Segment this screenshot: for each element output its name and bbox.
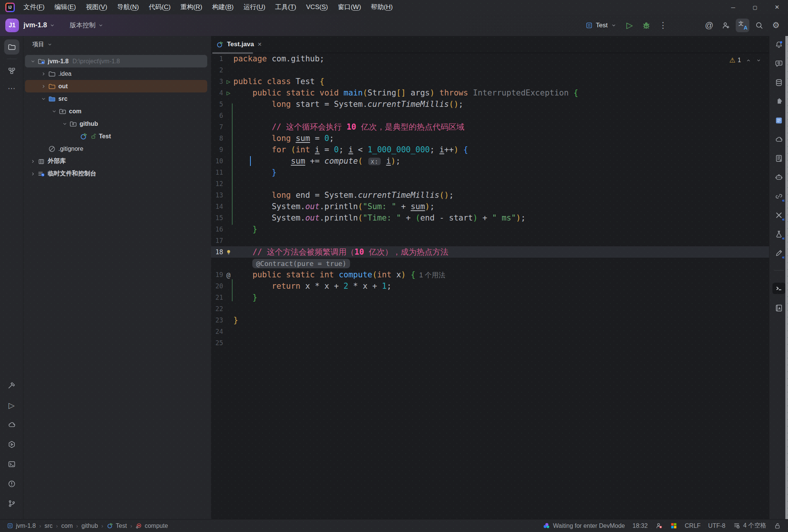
chevron-right-icon[interactable]: [39, 83, 48, 89]
status-item-unlock-status[interactable]: [774, 522, 781, 529]
status-item-18:32[interactable]: 18:32: [633, 523, 648, 529]
chevron-down-icon[interactable]: [47, 42, 53, 47]
menu-item-9[interactable]: VCS(S): [301, 2, 333, 13]
code-line-11[interactable]: 11 }: [211, 167, 769, 178]
breadcrumb-com[interactable]: com: [61, 523, 73, 529]
tool-stripe-notes-button[interactable]: [774, 153, 784, 163]
menu-item-6[interactable]: 构建(B): [207, 2, 239, 13]
code-line-21[interactable]: 21 }: [211, 292, 769, 303]
settings-button[interactable]: ⚙: [769, 19, 783, 32]
tool-stripe-git-branch-button[interactable]: [4, 496, 19, 511]
tree-row-[interactable]: 临时文件和控制台: [25, 167, 207, 180]
menu-item-3[interactable]: 导航(N): [112, 2, 144, 13]
chevron-down-icon[interactable]: [61, 121, 69, 127]
tool-stripe-more-dots-button[interactable]: ⋯: [4, 81, 19, 96]
breadcrumb-compute[interactable]: compute: [136, 523, 168, 529]
tree-row-com[interactable]: com: [25, 105, 207, 117]
code-line-13[interactable]: 13 long end = System.currentTimeMillis()…: [211, 189, 769, 201]
tool-stripe-dictionary-button[interactable]: [774, 303, 784, 313]
status-item-4-[interactable]: 4 个空格: [733, 522, 766, 530]
tool-stripe-plugin-puzzle-button[interactable]: [774, 97, 784, 106]
code-line-3[interactable]: 3▷public class Test {: [211, 76, 769, 87]
breadcrumb-jvm-1.8[interactable]: jvm-1.8: [7, 523, 36, 529]
status-item-user-error[interactable]: [655, 522, 663, 529]
code-line-1[interactable]: 1package com.github;: [211, 53, 769, 64]
tool-stripe-project-folder-button[interactable]: [4, 39, 19, 55]
editor-area[interactable]: Test.java ✕ ⚠ 1 1package com.github;23▷p…: [211, 36, 769, 519]
ai-mention-button[interactable]: @: [702, 19, 716, 32]
chevron-down-icon[interactable]: [756, 58, 761, 63]
tool-stripe-plugin-blue-button[interactable]: [774, 116, 784, 125]
minimize-button[interactable]: ─: [722, 0, 744, 14]
tool-stripe-ai-assistant-button[interactable]: [774, 59, 784, 69]
code-line-20[interactable]: 20 return x * x + 2 * x + 1;: [211, 280, 769, 292]
code-line-14[interactable]: 14 System.out.println("Sum: " + sum);: [211, 201, 769, 212]
status-item-utf-8[interactable]: UTF-8: [708, 523, 725, 529]
close-button[interactable]: ✕: [766, 0, 788, 14]
debug-button[interactable]: [639, 19, 653, 32]
code-line-23[interactable]: 23}: [211, 315, 769, 326]
code-line-18[interactable]: 18 // 这个方法会被频繁调用（10 亿次），成为热点方法: [211, 246, 769, 258]
code-line-2[interactable]: 2: [211, 64, 769, 76]
window-edge-scrollbar[interactable]: [785, 36, 788, 519]
status-item-windows[interactable]: [670, 522, 677, 529]
status-item-waiting-for-enter-devmode[interactable]: Waiting for enter DevMode: [543, 522, 625, 529]
tool-stripe-ai-cloud-button[interactable]: [4, 417, 19, 432]
breadcrumb-src[interactable]: src: [44, 523, 52, 529]
add-user-button[interactable]: [719, 19, 733, 32]
tool-stripe-link-check-button[interactable]: [774, 191, 784, 201]
menu-item-11[interactable]: 帮助(H): [366, 2, 398, 13]
code-line-19[interactable]: 19@ public static int compute(int x) { 1…: [211, 269, 769, 280]
code-line-12[interactable]: 12: [211, 178, 769, 189]
contract-inlay-hint[interactable]: @Contract(pure = true): [252, 259, 350, 268]
code-line-22[interactable]: 22: [211, 303, 769, 315]
chevron-right-icon[interactable]: [39, 71, 48, 77]
menu-item-5[interactable]: 重构(R): [175, 2, 207, 13]
inspection-widget[interactable]: ⚠ 1: [729, 56, 761, 64]
code-line-8[interactable]: 8 long sum = 0;: [211, 133, 769, 144]
tree-row-.gitignore[interactable]: .gitignore: [25, 142, 207, 155]
tool-stripe-structure-button[interactable]: [4, 63, 19, 78]
run-line-icon[interactable]: ▷: [227, 90, 230, 96]
code-line-24[interactable]: 24: [211, 326, 769, 337]
code-line-25[interactable]: 25: [211, 337, 769, 349]
intention-bulb-icon[interactable]: [225, 249, 232, 255]
run-line-icon[interactable]: ▷: [227, 78, 230, 85]
menu-item-4[interactable]: 代码(C): [144, 2, 176, 13]
tool-stripe-tools-check-button[interactable]: [774, 210, 784, 220]
tool-stripe-database-button[interactable]: [774, 78, 784, 88]
code-line-17[interactable]: 17: [211, 235, 769, 246]
inlay-hint-row[interactable]: @Contract(pure = true): [211, 258, 769, 269]
project-name[interactable]: jvm-1.8: [23, 21, 47, 29]
tree-row-out[interactable]: out: [25, 80, 207, 92]
code-line-6[interactable]: 6: [211, 110, 769, 121]
maximize-button[interactable]: ▢: [744, 0, 766, 14]
code-line-16[interactable]: 16 }: [211, 224, 769, 235]
more-actions-button[interactable]: ⋮: [656, 19, 670, 32]
tree-row-[interactable]: 外部库: [25, 155, 207, 167]
tool-stripe-run-play-button[interactable]: ▷: [4, 397, 19, 413]
chevron-down-icon[interactable]: [39, 96, 48, 102]
tree-row-src[interactable]: src: [25, 92, 207, 105]
code-line-10[interactable]: 10 sum += compute( x: i);: [211, 155, 769, 167]
tab-scrollbar[interactable]: [212, 52, 253, 54]
search-everywhere-button[interactable]: [752, 19, 766, 32]
tool-stripe-flask-check-button[interactable]: [774, 229, 784, 239]
menu-item-8[interactable]: 工具(T): [270, 2, 301, 13]
menu-item-7[interactable]: 运行(U): [239, 2, 270, 13]
tree-row-github[interactable]: github: [25, 117, 207, 130]
run-config-selector[interactable]: Test: [582, 19, 620, 31]
status-item-crlf[interactable]: CRLF: [685, 523, 701, 529]
menu-item-10[interactable]: 窗口(W): [333, 2, 366, 13]
close-icon[interactable]: ✕: [258, 41, 262, 47]
tree-row-jvm-1.8[interactable]: jvm-1.8D:\project\jvm-1.8: [25, 55, 207, 67]
code-line-15[interactable]: 15 System.out.println("Time: " + (end - …: [211, 212, 769, 224]
breadcrumb-github[interactable]: github: [81, 523, 98, 529]
chevron-right-icon[interactable]: [29, 171, 37, 177]
project-badge[interactable]: J1: [5, 19, 19, 32]
tool-stripe-terminal-button[interactable]: [4, 457, 19, 472]
tool-stripe-terminal-active-button[interactable]: [772, 283, 785, 294]
code-line-9[interactable]: 9 for (int i = 0; i < 1_000_000_000; i++…: [211, 144, 769, 155]
breadcrumb-test[interactable]: Test: [107, 523, 127, 529]
chevron-up-icon[interactable]: [746, 58, 751, 63]
